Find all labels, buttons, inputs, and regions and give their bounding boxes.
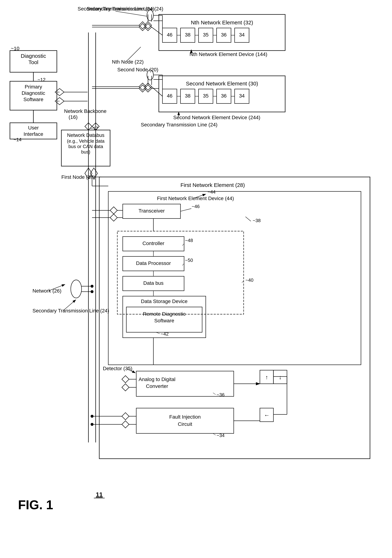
- svg-text:34: 34: [239, 32, 245, 38]
- svg-text:~46: ~46: [192, 204, 200, 209]
- svg-text:Detector (35): Detector (35): [103, 366, 132, 371]
- svg-line-162: [213, 433, 216, 435]
- svg-text:~10: ~10: [11, 46, 19, 51]
- svg-text:~50: ~50: [185, 258, 193, 263]
- svg-point-179: [71, 280, 82, 298]
- svg-text:↑: ↑: [265, 374, 268, 381]
- svg-text:Secondary Transmission Line (2: Secondary Transmission Line (24): [78, 6, 154, 12]
- svg-text:~42: ~42: [161, 331, 169, 337]
- svg-text:Fault Injection: Fault Injection: [169, 414, 201, 420]
- svg-text:←: ←: [264, 412, 270, 418]
- svg-text:36: 36: [221, 93, 227, 99]
- svg-text:Software: Software: [24, 97, 43, 102]
- svg-rect-154: [136, 408, 234, 433]
- svg-text:~38: ~38: [253, 218, 261, 223]
- svg-rect-101: [99, 177, 370, 459]
- svg-line-152: [213, 393, 216, 395]
- svg-text:Transceiver: Transceiver: [138, 208, 165, 214]
- svg-text:Primary: Primary: [25, 84, 42, 90]
- svg-text:Second Network Element (30): Second Network Element (30): [186, 80, 258, 87]
- svg-marker-111: [110, 207, 117, 214]
- svg-text:~12: ~12: [38, 77, 45, 82]
- svg-marker-145: [122, 376, 129, 383]
- svg-text:Data Storage Device: Data Storage Device: [141, 298, 187, 304]
- svg-text:Converter: Converter: [146, 383, 168, 389]
- svg-text:~36: ~36: [217, 392, 224, 397]
- svg-text:bus or CAN data: bus or CAN data: [68, 144, 103, 149]
- svg-text:Second Node (20): Second Node (20): [117, 67, 158, 72]
- svg-text:User: User: [28, 125, 39, 131]
- svg-text:~40: ~40: [246, 277, 253, 283]
- svg-line-207: [116, 11, 147, 16]
- svg-text:Analog to Digital: Analog to Digital: [139, 376, 175, 382]
- svg-text:FIG. 1: FIG. 1: [18, 498, 53, 512]
- svg-point-191: [91, 423, 94, 426]
- svg-text:↓: ↓: [279, 374, 282, 381]
- svg-line-206: [152, 27, 162, 35]
- svg-text:38: 38: [185, 32, 190, 38]
- svg-text:bus): bus): [81, 149, 90, 155]
- svg-text:Network Backbone: Network Backbone: [64, 108, 106, 114]
- svg-marker-155: [122, 413, 129, 420]
- svg-text:Diagnostic: Diagnostic: [22, 90, 45, 96]
- svg-text:34: 34: [239, 93, 245, 99]
- svg-line-127: [242, 281, 244, 283]
- svg-text:Nth Network Element (32): Nth Network Element (32): [191, 19, 253, 26]
- svg-text:~14: ~14: [14, 137, 21, 142]
- svg-text:Data bus: Data bus: [143, 280, 163, 286]
- svg-marker-156: [122, 421, 129, 428]
- svg-text:38: 38: [185, 93, 190, 99]
- svg-point-182: [91, 285, 94, 288]
- svg-point-183: [91, 290, 94, 293]
- svg-rect-103: [108, 192, 361, 365]
- svg-text:Network Databus: Network Databus: [67, 132, 104, 138]
- diagram: Diagnostic Tool ~10 Primary Diagnostic S…: [0, 0, 392, 558]
- svg-text:35: 35: [203, 93, 208, 99]
- svg-text:~48: ~48: [185, 238, 193, 243]
- svg-text:(e.g., Vehicle data: (e.g., Vehicle data: [67, 138, 105, 144]
- svg-text:First Network Element Device (: First Network Element Device (44): [157, 196, 234, 201]
- svg-line-202: [152, 87, 162, 96]
- svg-text:Nth Network Element Device (14: Nth Network Element Device (144): [189, 52, 267, 57]
- svg-line-116: [246, 217, 251, 221]
- svg-text:Circuit: Circuit: [178, 421, 192, 427]
- svg-text:Interface: Interface: [24, 131, 43, 137]
- svg-text:Secondary Transmission Line (2: Secondary Transmission Line (24): [33, 308, 109, 314]
- svg-text:Diagnostic: Diagnostic: [21, 53, 46, 59]
- svg-text:11: 11: [96, 491, 103, 498]
- svg-text:36: 36: [221, 32, 227, 38]
- svg-text:Remote Diagnostic: Remote Diagnostic: [143, 311, 186, 317]
- svg-text:Second Network Element Device : Second Network Element Device (244): [173, 115, 260, 120]
- svg-text:Software: Software: [154, 318, 174, 323]
- svg-text:Network (26): Network (26): [33, 288, 61, 294]
- svg-text:First Network Element (28): First Network Element (28): [180, 182, 245, 188]
- svg-line-125: [182, 264, 184, 265]
- svg-text:Controller: Controller: [142, 241, 164, 246]
- svg-text:35: 35: [203, 32, 208, 38]
- svg-text:~44: ~44: [208, 189, 215, 195]
- svg-point-190: [91, 415, 94, 418]
- svg-marker-112: [110, 214, 117, 221]
- svg-text:Secondary Transmission Line (2: Secondary Transmission Line (24): [141, 122, 217, 128]
- svg-text:46: 46: [167, 93, 172, 99]
- svg-text:46: 46: [167, 32, 172, 38]
- svg-text:~34: ~34: [217, 433, 224, 438]
- svg-text:Tool: Tool: [28, 59, 38, 65]
- svg-marker-146: [122, 384, 129, 391]
- svg-line-121: [182, 244, 184, 246]
- svg-text:Data Processor: Data Processor: [136, 260, 171, 266]
- svg-text:(16): (16): [68, 114, 78, 120]
- svg-line-109: [180, 209, 191, 211]
